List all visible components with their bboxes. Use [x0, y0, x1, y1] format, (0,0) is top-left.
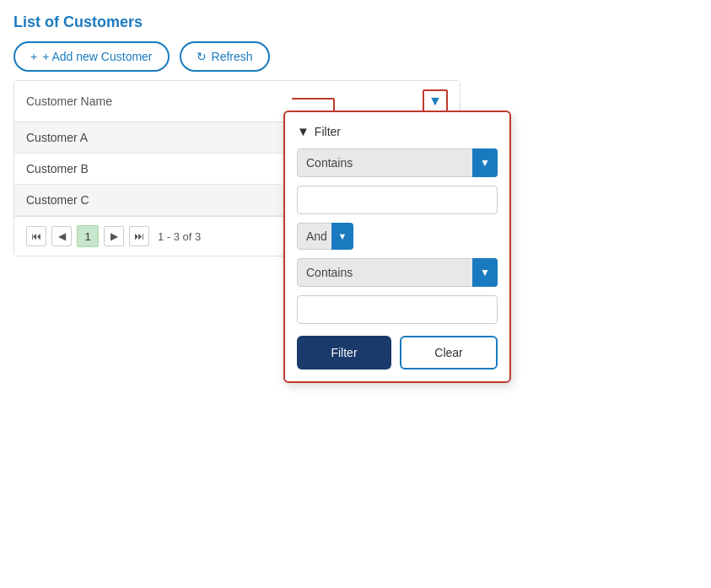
first-page-button[interactable]: ⏮ [26, 226, 46, 246]
last-page-button[interactable]: ⏭ [129, 226, 149, 246]
condition-select-2[interactable]: Contains Starts with Ends with Equals [297, 258, 498, 287]
and-select-wrapper: And Or ▼ [297, 223, 353, 250]
add-customer-button[interactable]: + + Add new Customer [13, 41, 170, 72]
logical-operator-select[interactable]: And Or [297, 223, 353, 250]
and-row: And Or ▼ [297, 223, 498, 250]
column-customer-name: Customer Name [26, 94, 423, 108]
contains-select-wrapper-2: Contains Starts with Ends with Equals ▼ [297, 258, 498, 287]
refresh-label: Refresh [212, 50, 253, 63]
next-page-button[interactable]: ▶ [104, 226, 124, 246]
customer-name-cell: Customer B [26, 162, 89, 175]
main-area: Customer Name ▼ Customer A Customer B Cu… [13, 80, 461, 256]
page-info-label: 1 - 3 of 3 [158, 230, 201, 243]
contains-select-wrapper-1: Contains Starts with Ends with Equals ▼ [297, 148, 498, 177]
filter-popup: ▼ Filter Contains Starts with Ends with … [283, 111, 511, 383]
filter-icon-button[interactable]: ▼ [423, 89, 448, 113]
filter-funnel-icon: ▼ [297, 124, 310, 138]
filter-actions: Filter Clear [297, 336, 498, 370]
funnel-icon: ▼ [428, 94, 442, 109]
filter-apply-button[interactable]: Filter [297, 336, 391, 370]
filter-clear-button[interactable]: Clear [400, 336, 498, 370]
refresh-button[interactable]: ↻ Refresh [180, 41, 270, 72]
customer-name-cell: Customer A [26, 131, 88, 144]
refresh-icon: ↻ [197, 50, 207, 63]
add-customer-label: + Add new Customer [42, 50, 152, 63]
add-icon: + [30, 50, 37, 63]
condition-select-1[interactable]: Contains Starts with Ends with Equals [297, 148, 498, 177]
toolbar: + + Add new Customer ↻ Refresh [13, 41, 698, 72]
filter-title-label: Filter [315, 125, 341, 138]
filter-popup-title: ▼ Filter [297, 124, 498, 138]
current-page-indicator: 1 [77, 225, 99, 247]
customer-name-cell: Customer C [26, 193, 89, 207]
filter-value-input-1[interactable] [297, 186, 498, 214]
filter-value-input-2[interactable] [297, 295, 498, 324]
page-title: List of Customers [13, 13, 698, 31]
prev-page-button[interactable]: ◀ [51, 226, 72, 246]
